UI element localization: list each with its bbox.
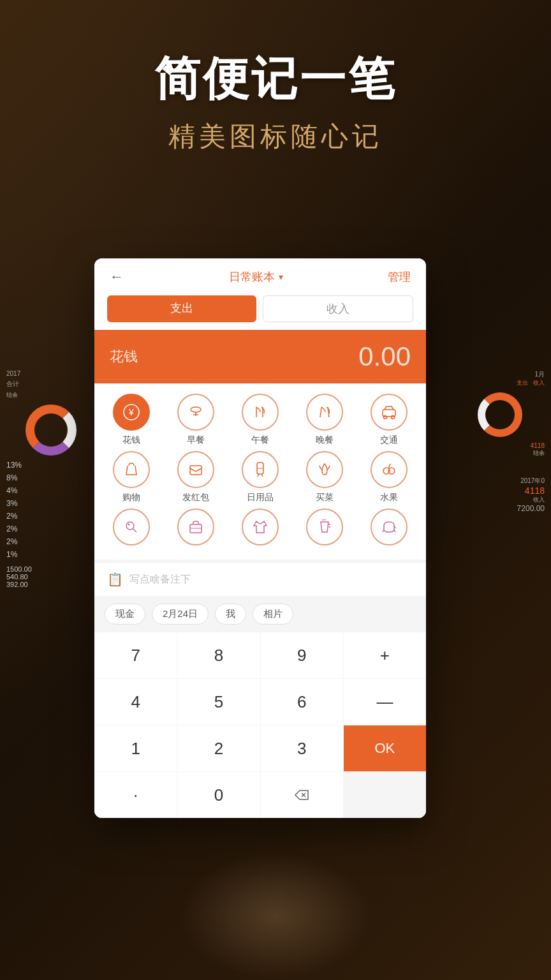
key-dot[interactable]: · <box>94 772 177 818</box>
breakfast-label: 早餐 <box>187 434 205 446</box>
svg-point-19 <box>128 524 130 526</box>
sub-title: 精美图标随心记 <box>0 119 551 154</box>
svg-line-25 <box>383 530 384 532</box>
category-groceries[interactable]: 买菜 <box>293 451 355 503</box>
category-transport[interactable]: 交通 <box>358 394 420 446</box>
key-6[interactable]: 6 <box>261 679 343 725</box>
svg-text:¥: ¥ <box>128 407 134 417</box>
key-minus[interactable]: — <box>344 679 426 725</box>
right-stat-sublabel: 结余 <box>455 449 545 457</box>
left-donut-chart <box>26 405 77 456</box>
dinner-icon <box>306 394 343 431</box>
baby-icon <box>371 509 408 546</box>
numpad: 7 8 9 + 4 5 6 — 1 2 3 OK · 0 <box>94 632 426 818</box>
amount-label: 花钱 <box>110 347 138 366</box>
svg-line-26 <box>394 530 395 532</box>
redpacket-label: 发红包 <box>182 492 209 503</box>
category-grid: ¥ 花钱 早餐 <box>94 383 426 560</box>
transport-icon <box>371 394 408 431</box>
key-0[interactable]: 0 <box>177 772 260 818</box>
stat-pct-4: 4% <box>6 486 96 495</box>
right-donut-chart <box>478 392 522 437</box>
stat-amount-1: 1500.00 <box>6 565 96 573</box>
tag-photo[interactable]: 相片 <box>253 604 293 625</box>
note-row[interactable]: 📋 写点啥备注下 <box>94 562 426 596</box>
spend-label: 花钱 <box>122 434 140 446</box>
stat-pct-2c: 2% <box>6 537 96 546</box>
category-redpacket[interactable]: 发红包 <box>165 451 227 503</box>
svg-line-7 <box>320 407 321 417</box>
account-name: 日常账本 <box>229 269 275 285</box>
stat-pct-1: 1% <box>6 550 96 559</box>
key-backspace[interactable] <box>261 772 343 818</box>
fruit-label: 水果 <box>380 492 398 503</box>
tab-expense[interactable]: 支出 <box>107 295 256 322</box>
tag-cash[interactable]: 现金 <box>105 604 145 625</box>
category-dinner[interactable]: 晚餐 <box>293 394 355 446</box>
bottom-decoration <box>180 852 371 980</box>
left-bg-stats: 2017 合计 结余 13% 8% 4% 3% 2% 2% 2% 1% 1500… <box>6 370 96 588</box>
manage-button[interactable]: 管理 <box>388 269 411 285</box>
daily-label: 日用品 <box>247 492 274 503</box>
category-lunch[interactable]: 午餐 <box>230 394 291 446</box>
key-5[interactable]: 5 <box>177 679 260 725</box>
key-8[interactable]: 8 <box>177 632 260 678</box>
category-drink[interactable] <box>293 509 355 549</box>
breakfast-icon <box>177 394 214 431</box>
stat-pct-2a: 2% <box>6 512 96 521</box>
tags-row: 现金 2月24日 我 相片 <box>94 596 426 632</box>
note-icon: 📋 <box>107 572 123 587</box>
category-shopping[interactable]: 购物 <box>101 451 163 503</box>
groceries-label: 买菜 <box>316 492 334 503</box>
key-3[interactable]: 3 <box>261 725 343 771</box>
key-4[interactable]: 4 <box>94 679 177 725</box>
svg-point-10 <box>383 416 386 419</box>
stat-pct-8: 8% <box>6 473 96 482</box>
spend-icon: ¥ <box>113 394 150 431</box>
stat-pct-2b: 2% <box>6 524 96 533</box>
work-icon <box>177 509 214 546</box>
header-section: 简便记一笔 精美图标随心记 <box>0 51 551 154</box>
back-button[interactable]: ← <box>110 269 124 285</box>
key-1[interactable]: 1 <box>94 725 177 771</box>
lunch-label: 午餐 <box>251 434 269 446</box>
tag-date[interactable]: 2月24日 <box>152 604 209 625</box>
key-9[interactable]: 9 <box>261 632 343 678</box>
fruit-icon <box>371 451 408 488</box>
right-year: 2017年0 <box>455 477 545 486</box>
right-stat-month: 1月 <box>455 370 545 379</box>
category-clothing[interactable] <box>230 509 291 549</box>
dinner-label: 晚餐 <box>316 434 334 446</box>
modal-header: ← 日常账本 ▾ 管理 <box>94 258 426 295</box>
transport-label: 交通 <box>380 434 398 446</box>
tag-me[interactable]: 我 <box>215 604 246 625</box>
category-baby[interactable] <box>358 509 420 549</box>
right-bg-stats: 1月 支出 收入 4118 结余 2017年0 4118 收入 7200.00 <box>455 370 545 513</box>
shopping-icon <box>113 451 150 488</box>
main-title: 简便记一笔 <box>0 51 551 106</box>
svg-point-2 <box>191 407 201 412</box>
category-breakfast[interactable]: 早餐 <box>165 394 227 446</box>
key-7[interactable]: 7 <box>94 632 177 678</box>
key-2[interactable]: 2 <box>177 725 260 771</box>
stat-amount-2: 540.80 <box>6 573 96 581</box>
category-daily[interactable]: 日用品 <box>230 451 291 503</box>
right-income-amount: 7200.00 <box>455 504 545 513</box>
amount-value: 0.00 <box>358 341 411 372</box>
svg-rect-12 <box>190 466 202 475</box>
key-ok[interactable]: OK <box>344 725 426 771</box>
chevron-down-icon: ▾ <box>279 272 283 282</box>
amount-bar: 花钱 0.00 <box>94 330 426 383</box>
category-spend[interactable]: ¥ 花钱 <box>101 394 163 446</box>
note-placeholder: 写点啥备注下 <box>129 573 191 586</box>
drink-icon <box>306 509 343 546</box>
clothing-icon <box>242 509 279 546</box>
account-selector[interactable]: 日常账本 ▾ <box>229 269 283 285</box>
tab-income[interactable]: 收入 <box>263 295 413 322</box>
category-work[interactable] <box>165 509 227 549</box>
shopping-label: 购物 <box>122 492 140 503</box>
category-search[interactable] <box>101 509 163 549</box>
stat-amount-3: 392.00 <box>6 581 96 588</box>
key-plus[interactable]: + <box>344 632 426 678</box>
category-fruit[interactable]: 水果 <box>358 451 420 503</box>
